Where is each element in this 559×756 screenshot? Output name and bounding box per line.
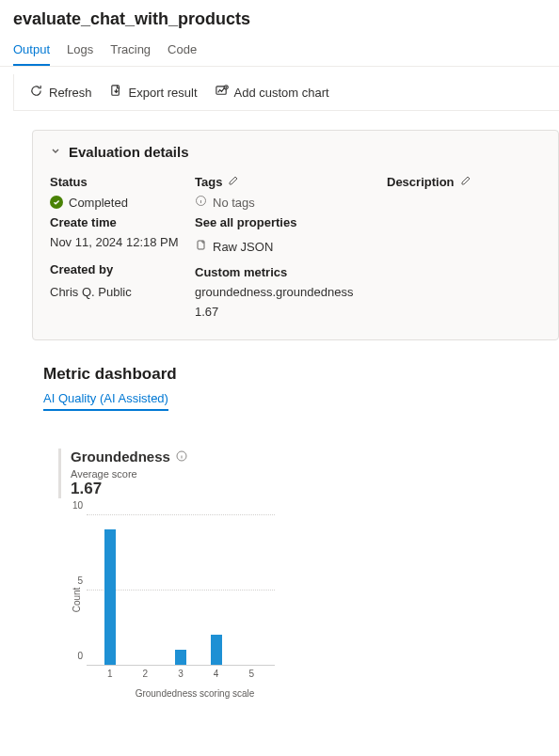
custom-metric-name: groundedness.groundedness bbox=[195, 285, 383, 299]
groundedness-chart-card: Groundedness Average score 1.67 Count 05… bbox=[58, 449, 303, 699]
edit-tags-icon[interactable] bbox=[228, 175, 239, 189]
x-tick: 1 bbox=[92, 669, 128, 679]
refresh-button[interactable]: Refresh bbox=[29, 84, 92, 101]
x-tick: 2 bbox=[128, 669, 164, 679]
metric-dashboard-section: Metric dashboard AI Quality (AI Assisted… bbox=[43, 365, 559, 411]
chevron-down-icon bbox=[50, 145, 61, 159]
y-tick: 10 bbox=[68, 500, 87, 511]
x-axis-label: Groundedness scoring scale bbox=[87, 688, 303, 699]
evaluation-details-header[interactable]: Evaluation details bbox=[50, 144, 541, 160]
x-tick: 5 bbox=[233, 669, 269, 679]
metric-dashboard-title: Metric dashboard bbox=[43, 365, 559, 384]
avg-score-label: Average score bbox=[71, 468, 303, 480]
y-axis-label: Count bbox=[72, 588, 82, 613]
tab-tracing[interactable]: Tracing bbox=[110, 37, 151, 66]
see-all-properties[interactable]: See all properties bbox=[195, 215, 383, 229]
description-label: Description bbox=[387, 175, 556, 189]
info-icon bbox=[195, 195, 207, 210]
tab-output[interactable]: Output bbox=[13, 37, 50, 66]
export-button[interactable]: Export result bbox=[109, 84, 198, 101]
raw-json-link[interactable]: Raw JSON bbox=[195, 239, 383, 254]
chart-plot: Count 0510 12345 bbox=[87, 515, 275, 685]
info-icon[interactable] bbox=[176, 449, 187, 465]
evaluation-details-title: Evaluation details bbox=[69, 144, 189, 160]
svg-rect-0 bbox=[111, 86, 119, 95]
x-tick: 4 bbox=[199, 669, 234, 679]
create-time-value: Nov 11, 2024 12:18 PM bbox=[50, 235, 191, 254]
chart-bar bbox=[211, 635, 222, 665]
created-by-value: Chris Q. Public bbox=[50, 285, 191, 299]
no-tags-row: No tags bbox=[195, 195, 383, 210]
chart-bar bbox=[175, 650, 186, 665]
export-icon bbox=[109, 84, 123, 101]
page-title: evaluate_chat_with_products bbox=[0, 0, 559, 37]
chart-title: Groundedness bbox=[71, 449, 303, 465]
created-by-label: Created by bbox=[50, 260, 191, 279]
status-label: Status bbox=[50, 175, 191, 189]
avg-score-value: 1.67 bbox=[71, 480, 303, 498]
y-tick: 5 bbox=[68, 575, 87, 586]
edit-description-icon[interactable] bbox=[460, 175, 471, 189]
create-time-label: Create time bbox=[50, 215, 191, 229]
evaluation-details-card: Evaluation details Status Tags Descripti… bbox=[32, 130, 559, 340]
custom-metric-value: 1.67 bbox=[195, 305, 383, 319]
add-chart-button[interactable]: Add custom chart bbox=[215, 84, 329, 101]
svg-rect-4 bbox=[198, 241, 204, 249]
chart-bar bbox=[104, 529, 116, 665]
tab-code[interactable]: Code bbox=[168, 37, 197, 66]
main-tabs: Output Logs Tracing Code bbox=[0, 37, 559, 67]
x-tick: 3 bbox=[163, 669, 199, 679]
file-icon bbox=[195, 239, 207, 254]
export-label: Export result bbox=[129, 86, 198, 100]
custom-metrics-label: Custom metrics bbox=[195, 265, 383, 279]
add-chart-label: Add custom chart bbox=[234, 86, 329, 100]
add-chart-icon bbox=[215, 84, 229, 101]
toolbar: Refresh Export result Add custom chart bbox=[13, 74, 559, 111]
status-success-icon bbox=[50, 196, 63, 209]
subtab-ai-quality[interactable]: AI Quality (AI Assisted) bbox=[43, 391, 168, 411]
refresh-icon bbox=[29, 84, 43, 101]
y-tick: 0 bbox=[68, 651, 87, 661]
tags-label: Tags bbox=[195, 175, 383, 189]
status-value: Completed bbox=[50, 195, 191, 210]
tab-logs[interactable]: Logs bbox=[67, 37, 93, 66]
refresh-label: Refresh bbox=[49, 86, 92, 100]
